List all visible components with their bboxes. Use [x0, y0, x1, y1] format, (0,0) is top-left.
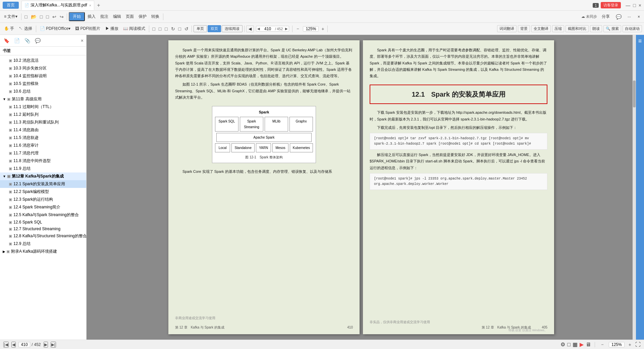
page-button[interactable]: 页面	[124, 13, 136, 20]
sidebar-tree-item-25[interactable]: ▶▣附录A Kafka源码环境搭建	[0, 248, 86, 255]
new-file-button[interactable]: □	[23, 13, 29, 20]
sidebar-tree-item-8[interactable]: ▣11.3 死信队列和重试队列	[0, 118, 86, 126]
sidebar-comment-icon[interactable]: 💬	[34, 37, 42, 44]
last-page-status-button[interactable]: ▶|	[51, 342, 56, 348]
sidebar-tree-item-23[interactable]: ▣12.8 Kafka与Structured Streaming的整合	[0, 232, 86, 240]
window-controls[interactable]: — □ ×	[626, 3, 641, 8]
convert-button[interactable]: 转换	[149, 13, 161, 20]
display-icon[interactable]: □	[567, 342, 571, 348]
edit-button[interactable]: 编辑	[111, 13, 123, 20]
search-button[interactable]: 🔍 搜索	[603, 25, 621, 32]
background-button[interactable]: 背景	[518, 25, 530, 32]
sidebar-tree-item-11[interactable]: ▣11.6 消息审计	[0, 142, 86, 149]
sidebar-tree-item-10[interactable]: ▣11.5 消息轨迹	[0, 134, 86, 142]
word-translate-button[interactable]: 词词翻译	[497, 25, 517, 32]
sidebar-tree-item-12[interactable]: ▣11.7 消息代理	[0, 149, 86, 157]
zoom-in-button[interactable]: +	[320, 26, 325, 32]
tab-close-button[interactable]: ×	[89, 3, 91, 7]
undo-button[interactable]: ↩	[51, 13, 58, 20]
sidebar-tree-item-1[interactable]: ▣10.3 同步失效分区	[0, 64, 86, 72]
auto-scroll-button[interactable]: 自动滚动	[623, 25, 642, 32]
icon-btn-3[interactable]: □	[163, 26, 169, 32]
double-page-button[interactable]: 双页	[208, 25, 221, 32]
share-button[interactable]: 分享	[600, 13, 612, 20]
status-zoom-in-button[interactable]: +	[627, 341, 633, 348]
close-button[interactable]: ×	[639, 3, 641, 8]
prev-page-button[interactable]: ◀	[246, 26, 254, 32]
comment-button[interactable]: 批注	[98, 13, 110, 20]
sidebar-page-icon[interactable]: 📄	[13, 37, 21, 44]
rotate-left-button[interactable]: ↻	[170, 26, 176, 32]
sidebar-tree-item-3[interactable]: ▣10.5 监控模块	[0, 80, 86, 88]
sidebar-tree-item-19[interactable]: ▣12.4 Spark Streaming简介	[0, 203, 86, 211]
monitor-icon[interactable]: 🖥	[586, 342, 591, 348]
page-number-input[interactable]	[261, 27, 274, 31]
youtube-icon[interactable]: ▶	[580, 341, 584, 348]
tts-button[interactable]: 朗读	[590, 25, 602, 32]
maximize-button[interactable]: □	[633, 3, 636, 8]
play-button[interactable]: ▶ 播放	[103, 25, 120, 32]
pdf-to-office-button[interactable]: 📄 PDF转Office▾	[38, 25, 72, 32]
sidebar-tree-item-4[interactable]: ▣10.6 总结	[0, 88, 86, 95]
sidebar-tree-item-22[interactable]: ▣12.7 Structured Streaming	[0, 226, 86, 232]
sidebar-tree-item-20[interactable]: ▣12.5 Kafka与Spark Streaming的整合	[0, 211, 86, 219]
home-button[interactable]: 首页	[3, 2, 19, 9]
full-translate-button[interactable]: 全文翻译	[531, 25, 551, 32]
compress-button[interactable]: 压缩	[552, 25, 564, 32]
sidebar-tree-item-18[interactable]: ▣12.3 Spark的运行结构	[0, 196, 86, 203]
page-increment-button[interactable]: ▶	[284, 26, 289, 31]
sidebar-tree-item-14[interactable]: ▣11.9 总结	[0, 165, 86, 172]
icon-btn-2[interactable]: □	[157, 26, 163, 32]
save-as-button[interactable]: □	[45, 13, 50, 20]
select-tool-button[interactable]: ↖ 选择	[17, 25, 34, 32]
icon-btn-1[interactable]: □	[151, 26, 156, 32]
sidebar-tree-item-17[interactable]: ▣12.2 Spark编程模型	[0, 188, 86, 196]
insert-button[interactable]: 插入	[86, 13, 98, 20]
sidebar-tree-item-21[interactable]: ▣12.6 Spark SQL	[0, 219, 86, 226]
hand-tool-button[interactable]: ✋ 手	[2, 25, 16, 32]
pdf-to-image-button[interactable]: 🖼 PDF转图片	[73, 25, 102, 32]
sidebar-tree-item-16[interactable]: ▣12.1 Spark的安装及简单应用	[0, 180, 86, 188]
right-sidebar-icon[interactable]: ≡	[637, 36, 643, 46]
sidebar-tree-item-13[interactable]: ▣11.8 消息中间件选型	[0, 157, 86, 165]
start-tab-button[interactable]: 开始	[69, 12, 85, 21]
more-button[interactable]: ···	[626, 14, 633, 20]
continuous-button[interactable]: 连续阅读	[222, 25, 243, 32]
first-page-status-button[interactable]: |◀	[3, 342, 9, 348]
sidebar-tree-item-9[interactable]: ▣11.4 消息路由	[0, 126, 86, 134]
sidebar-tree-item-7[interactable]: ▣11.2 延时队列	[0, 111, 86, 118]
zoom-out-button[interactable]: －	[294, 25, 302, 33]
status-zoom-out-button[interactable]: －	[599, 341, 606, 348]
sidebar-tree-item-0[interactable]: ▣10.2 消息流活	[0, 57, 86, 64]
sidebar-tree[interactable]: ▣10.2 消息流活▣10.3 同步失效分区▣10.4 监控指标说明▣10.5 …	[0, 55, 86, 340]
menu-button[interactable]: ≡ 文件▾	[2, 13, 19, 20]
minimize-button[interactable]: —	[626, 3, 630, 8]
settings-icon[interactable]: ⚙	[560, 341, 565, 348]
next-page-status-button[interactable]: ▶	[44, 342, 48, 348]
comment-icon-button[interactable]: 💬	[614, 13, 623, 20]
grid-icon[interactable]: ▦	[573, 341, 578, 348]
single-page-button[interactable]: 单页	[194, 25, 207, 32]
scroll-thumb[interactable]	[633, 81, 636, 107]
prev-page-status-button[interactable]: ◀	[11, 342, 16, 348]
save-button[interactable]: □	[39, 13, 44, 20]
sidebar-tree-item-2[interactable]: ▣10.4 监控指标说明	[0, 72, 86, 80]
icon-btn-4[interactable]: □	[177, 26, 182, 32]
sidebar-tree-item-6[interactable]: ▣11.1 过期时间（TTL）	[0, 103, 86, 111]
visit-login-button[interactable]: 访客登录	[601, 2, 621, 8]
fullscreen-icon[interactable]: ⛶	[635, 342, 641, 348]
sidebar-close-button[interactable]: ×	[81, 38, 84, 43]
toolbar-close-button[interactable]: ×	[636, 14, 642, 20]
zoom-input[interactable]	[303, 27, 318, 31]
open-button[interactable]: 📂	[30, 13, 38, 20]
screenshot-button[interactable]: 截图和对比	[566, 25, 589, 32]
rotate-right-button[interactable]: ↺	[183, 26, 190, 32]
new-tab-button[interactable]: +	[95, 2, 102, 8]
status-page-input[interactable]	[18, 342, 30, 347]
sidebar-tree-item-5[interactable]: ▼▣第11章 高级应用	[0, 95, 86, 103]
zoom-status-input[interactable]	[609, 342, 624, 347]
sidebar-attach-icon[interactable]: 📎	[23, 37, 31, 44]
scrollbar[interactable]	[633, 35, 636, 340]
page-decrement-button[interactable]: ◀	[256, 26, 261, 31]
sidebar-bookmark-icon[interactable]: 🔖	[3, 37, 10, 44]
